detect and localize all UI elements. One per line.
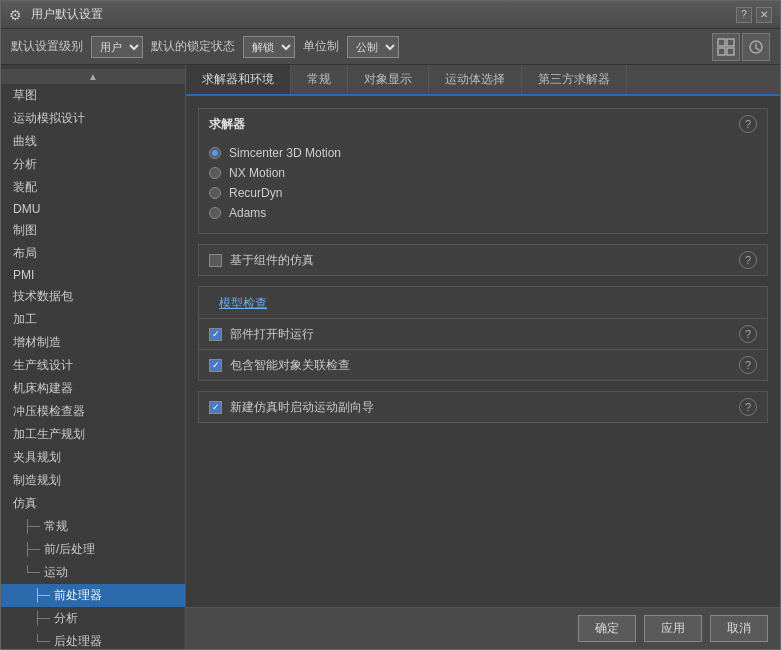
sidebar-item-mfg-planning[interactable]: 制造规划 — [1, 469, 185, 492]
sidebar-item-general[interactable]: ├─常规 — [1, 515, 185, 538]
sidebar-item-motion-sim[interactable]: 运动模拟设计 — [1, 107, 185, 130]
run-on-open-label: 部件打开时运行 — [230, 326, 314, 343]
level-select-wrap[interactable]: 用户 系统 站点 — [91, 36, 143, 58]
auto-wizard-row: 新建仿真时启动运动副向导 ? — [199, 392, 767, 422]
sidebar-item-analysis[interactable]: 分析 — [1, 153, 185, 176]
sidebar-item-tech-data[interactable]: 技术数据包 — [1, 285, 185, 308]
ok-button[interactable]: 确定 — [578, 615, 636, 642]
sidebar-item-fixture-planning[interactable]: 夹具规划 — [1, 446, 185, 469]
auto-wizard-label: 新建仿真时启动运动副向导 — [230, 399, 374, 416]
svg-rect-0 — [718, 39, 725, 46]
sidebar-item-preprocessor[interactable]: ├─前处理器 — [1, 584, 185, 607]
sidebar-item-layout[interactable]: 布局 — [1, 242, 185, 265]
radio-nx-motion[interactable]: NX Motion — [209, 163, 757, 183]
window-title: 用户默认设置 — [31, 6, 736, 23]
level-select[interactable]: 用户 系统 站点 — [92, 40, 142, 54]
run-on-open-left[interactable]: 部件打开时运行 — [209, 326, 314, 343]
sidebar-item-additive[interactable]: 增材制造 — [1, 331, 185, 354]
radio-recurdyn[interactable]: RecurDyn — [209, 183, 757, 203]
solver-section-title: 求解器 — [209, 116, 245, 133]
tab-motion-body-select[interactable]: 运动体选择 — [429, 65, 522, 94]
smart-check-checkbox[interactable] — [209, 359, 222, 372]
component-sim-checkbox[interactable] — [209, 254, 222, 267]
run-on-open-row: 部件打开时运行 ? — [199, 319, 767, 349]
radio-adams[interactable]: Adams — [209, 203, 757, 223]
auto-wizard-left[interactable]: 新建仿真时启动运动副向导 — [209, 399, 374, 416]
run-on-open-help[interactable]: ? — [739, 325, 757, 343]
toolbar: 默认设置级别 用户 系统 站点 默认的锁定状态 解锁 锁定 单位制 公制 英制 — [1, 29, 780, 65]
auto-wizard-section: 新建仿真时启动运动副向导 ? — [198, 391, 768, 423]
toolbar-icon-2[interactable] — [742, 33, 770, 61]
sidebar-item-production-line[interactable]: 生产线设计 — [1, 354, 185, 377]
sidebar-item-analysis2[interactable]: ├─分析 — [1, 607, 185, 630]
lock-select-wrap[interactable]: 解锁 锁定 — [243, 36, 295, 58]
unit-select[interactable]: 公制 英制 — [348, 40, 398, 54]
sidebar-item-sketch[interactable]: 草图 — [1, 84, 185, 107]
radio-adams-indicator — [209, 207, 221, 219]
component-simulation-section: 基于组件的仿真 ? — [198, 244, 768, 276]
titlebar: ⚙ 用户默认设置 ? ✕ — [1, 1, 780, 29]
help-button[interactable]: ? — [736, 7, 752, 23]
sidebar-item-dmu[interactable]: DMU — [1, 199, 185, 219]
titlebar-buttons: ? ✕ — [736, 7, 772, 23]
sidebar-item-pmi[interactable]: PMI — [1, 265, 185, 285]
sidebar-item-postprocessor[interactable]: └─后处理器 — [1, 630, 185, 649]
tab-solver-env[interactable]: 求解器和环境 — [186, 65, 291, 94]
model-check-section: 模型检查 部件打开时运行 ? 包含智能对象关联检查 — [198, 286, 768, 381]
auto-wizard-checkbox[interactable] — [209, 401, 222, 414]
component-sim-label: 基于组件的仿真 — [230, 252, 314, 269]
tab-general[interactable]: 常规 — [291, 65, 348, 94]
level-label: 默认设置级别 — [11, 38, 83, 55]
cancel-button[interactable]: 取消 — [710, 615, 768, 642]
sidebar-item-curve[interactable]: 曲线 — [1, 130, 185, 153]
svg-rect-2 — [718, 48, 725, 55]
svg-rect-1 — [727, 39, 734, 46]
apply-button[interactable]: 应用 — [644, 615, 702, 642]
scroll-up[interactable]: ▲ — [1, 69, 185, 84]
lock-label: 默认的锁定状态 — [151, 38, 235, 55]
radio-adams-label: Adams — [229, 206, 266, 220]
toolbar-icons — [712, 33, 770, 61]
sidebar-item-machine-builder[interactable]: 机床构建器 — [1, 377, 185, 400]
sidebar: ▲ 草图 运动模拟设计 曲线 分析 装配 DMU 制图 布局 PMI 技术数据包… — [1, 65, 186, 649]
right-panel: 求解器和环境 常规 对象显示 运动体选择 第三方求解器 求解器 ? — [186, 65, 780, 649]
window-icon: ⚙ — [9, 7, 25, 23]
main-content: ▲ 草图 运动模拟设计 曲线 分析 装配 DMU 制图 布局 PMI 技术数据包… — [1, 65, 780, 649]
auto-wizard-help[interactable]: ? — [739, 398, 757, 416]
close-button[interactable]: ✕ — [756, 7, 772, 23]
tabs-bar: 求解器和环境 常规 对象显示 运动体选择 第三方求解器 — [186, 65, 780, 96]
radio-simcenter3d-indicator — [209, 147, 221, 159]
unit-label: 单位制 — [303, 38, 339, 55]
content-area: 求解器 ? Simcenter 3D Motion NX Motion — [186, 96, 780, 607]
sidebar-item-prod-planning[interactable]: 加工生产规划 — [1, 423, 185, 446]
tab-third-party[interactable]: 第三方求解器 — [522, 65, 627, 94]
lock-select[interactable]: 解锁 锁定 — [244, 40, 294, 54]
sidebar-item-machining[interactable]: 加工 — [1, 308, 185, 331]
component-sim-left[interactable]: 基于组件的仿真 — [209, 252, 314, 269]
sidebar-item-simulation[interactable]: 仿真 — [1, 492, 185, 515]
sidebar-item-die-check[interactable]: 冲压模检查器 — [1, 400, 185, 423]
radio-simcenter3d-label: Simcenter 3D Motion — [229, 146, 341, 160]
sidebar-item-pre-post[interactable]: ├─前/后处理 — [1, 538, 185, 561]
solver-section-header: 求解器 ? — [199, 109, 767, 139]
radio-recurdyn-indicator — [209, 187, 221, 199]
svg-rect-3 — [727, 48, 734, 55]
component-sim-help[interactable]: ? — [739, 251, 757, 269]
sidebar-item-drawing[interactable]: 制图 — [1, 219, 185, 242]
unit-select-wrap[interactable]: 公制 英制 — [347, 36, 399, 58]
run-on-open-checkbox[interactable] — [209, 328, 222, 341]
smart-check-row: 包含智能对象关联检查 ? — [199, 350, 767, 380]
sidebar-item-motion[interactable]: └─运动 — [1, 561, 185, 584]
radio-simcenter3d[interactable]: Simcenter 3D Motion — [209, 143, 757, 163]
toolbar-icon-1[interactable] — [712, 33, 740, 61]
smart-check-label: 包含智能对象关联检查 — [230, 357, 350, 374]
tab-object-display[interactable]: 对象显示 — [348, 65, 429, 94]
main-window: ⚙ 用户默认设置 ? ✕ 默认设置级别 用户 系统 站点 默认的锁定状态 解锁 … — [0, 0, 781, 650]
solver-radio-group: Simcenter 3D Motion NX Motion RecurDyn — [199, 139, 767, 233]
model-check-link[interactable]: 模型检查 — [209, 291, 277, 316]
solver-help-btn[interactable]: ? — [739, 115, 757, 133]
sidebar-item-assembly[interactable]: 装配 — [1, 176, 185, 199]
smart-check-help[interactable]: ? — [739, 356, 757, 374]
radio-recurdyn-label: RecurDyn — [229, 186, 282, 200]
smart-check-left[interactable]: 包含智能对象关联检查 — [209, 357, 350, 374]
